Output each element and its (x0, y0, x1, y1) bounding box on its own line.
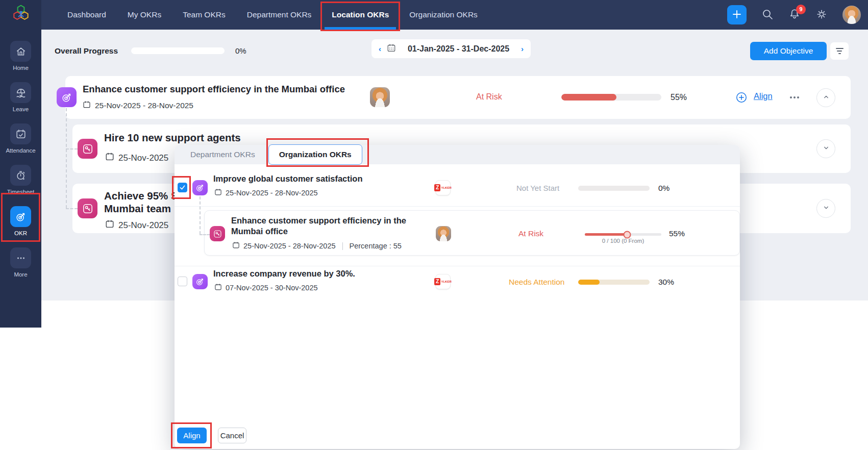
date-range-picker[interactable]: ‹ 01-Jan-2025 - 31-Dec-2025 › (371, 39, 531, 58)
popup-okr-dates-text: 07-Nov-2025 - 30-Nov-2025 (226, 284, 318, 292)
align-okr-popup: Department OKRs Organization OKRs Improv… (175, 145, 740, 449)
progress-percent: 30% (658, 278, 674, 287)
sidebar-item-home[interactable]: Home (0, 41, 41, 82)
key-result-title-line1: Achieve 95% S (104, 190, 178, 202)
sidebar-label-attendance: Attendance (6, 147, 35, 154)
objective-target-icon (192, 180, 208, 195)
date-range-text: 01-Jan-2025 - 31-Dec-2025 (402, 44, 515, 54)
sidebar-label-timesheet: Timesheet (7, 189, 34, 195)
sidebar-label-more: More (14, 271, 27, 278)
status-badge: At Risk (476, 92, 502, 102)
sidebar-item-timesheet[interactable]: Timesheet (0, 165, 41, 206)
timer-icon (10, 165, 31, 186)
tree-connector (66, 208, 78, 209)
app-window: Dashboard My OKRs Team OKRs Department O… (0, 0, 868, 450)
row-divider (175, 206, 740, 207)
objective-dates-text: 25-Nov-2025 - 28-Nov-2025 (95, 101, 193, 110)
nav-tab-my-okrs[interactable]: My OKRs (117, 0, 172, 30)
add-key-result-button[interactable] (736, 92, 747, 105)
tree-connector (200, 196, 201, 234)
notification-count-badge: 9 (796, 5, 806, 14)
calendar-icon (214, 188, 222, 197)
nav-tab-team-okrs[interactable]: Team OKRs (172, 0, 236, 30)
objective-target-icon (192, 274, 208, 289)
add-objective-button[interactable]: Add Objective (750, 42, 827, 60)
search-button[interactable] (761, 8, 774, 22)
okr-checkbox[interactable] (178, 277, 187, 286)
divider (342, 242, 343, 250)
sidebar-label-okr: OKR (14, 230, 27, 236)
progress-percent: 55% (669, 229, 685, 238)
progress-slider[interactable] (585, 233, 661, 236)
progress-bar (561, 94, 661, 101)
okr-checkbox[interactable] (178, 183, 187, 192)
popup-okr-dates: 07-Nov-2025 - 30-Nov-2025 (214, 283, 318, 292)
calendar-check-icon (10, 123, 31, 144)
target-okr-icon (10, 206, 31, 227)
calendar-icon (83, 101, 91, 111)
nav-tab-dashboard[interactable]: Dashboard (57, 0, 117, 30)
create-button[interactable] (727, 5, 747, 24)
collapse-button[interactable] (816, 88, 835, 107)
nav-tab-location-okrs[interactable]: Location OKRs (322, 0, 399, 30)
align-popup-tabbar: Department OKRs Organization OKRs (175, 145, 740, 164)
chevron-down-icon (822, 204, 830, 213)
popup-okr-dates-text: 25-Nov-2025 - 28-Nov-2025 (226, 189, 318, 197)
app-logo[interactable] (0, 0, 41, 30)
zylker-org-logo: ZYLKER (435, 274, 451, 289)
tree-connector (66, 108, 67, 208)
expand-button[interactable] (816, 139, 835, 158)
zylker-logo-z: Z (434, 184, 440, 191)
align-button-label: Align (183, 431, 200, 440)
tab-organization-okrs[interactable]: Organization OKRs (268, 144, 362, 165)
progress-percent: 55% (671, 93, 687, 102)
key-result-dates: 25-Nov-2025 (105, 219, 168, 231)
zylker-logo-text: YLKER (441, 280, 451, 283)
sidebar-item-okr[interactable]: OKR (0, 206, 41, 247)
key-result-title: Hire 10 new support agents (104, 132, 241, 144)
progress-fill (578, 280, 600, 285)
sidebar-item-attendance[interactable]: Attendance (0, 123, 41, 165)
calendar-icon (214, 283, 222, 292)
umbrella-leave-icon (10, 82, 31, 103)
expand-button[interactable] (816, 199, 835, 218)
sidebar-item-more[interactable]: More (0, 247, 41, 289)
gear-icon (815, 8, 828, 22)
tab-department-okrs[interactable]: Department OKRs (185, 150, 260, 159)
popup-okr-dates: 25-Nov-2025 - 28-Nov-2025 (214, 188, 318, 197)
calendar-icon (232, 241, 240, 251)
plus-circle-icon (736, 97, 747, 105)
nav-tab-department-okrs[interactable]: Department OKRs (236, 0, 323, 30)
align-button[interactable]: Align (177, 428, 207, 443)
nav-tab-organization-okrs[interactable]: Organization OKRs (399, 0, 488, 30)
row-divider (175, 266, 740, 266)
user-avatar[interactable] (842, 6, 861, 24)
settings-button[interactable] (815, 8, 828, 22)
sidebar-item-leave[interactable]: Leave (0, 82, 41, 123)
progress-fill (561, 94, 616, 101)
filter-button[interactable] (830, 42, 849, 60)
aligned-key-result-card[interactable]: Enhance customer support efficiency in t… (204, 210, 740, 256)
key-result-dates: 25-Nov-2025 (105, 152, 168, 164)
key-result-title-line2: Mumbai team (104, 203, 171, 215)
nav-tab-location-okrs-label: Location OKRs (332, 10, 389, 19)
objective-dates: 25-Nov-2025 - 28-Nov-2025 (83, 101, 193, 111)
home-icon (10, 41, 31, 62)
sidebar-label-home: Home (13, 65, 29, 71)
chevron-down-icon (822, 144, 830, 154)
objective-card[interactable]: Enhance customer support efficiency in t… (65, 76, 851, 119)
more-options-icon[interactable] (790, 96, 799, 98)
primary-nav: Dashboard My OKRs Team OKRs Department O… (57, 0, 488, 30)
overall-progress-label: Overall Progress (55, 46, 118, 56)
next-period-icon[interactable]: › (521, 44, 524, 53)
owner-avatar[interactable] (370, 87, 390, 107)
prev-period-icon[interactable]: ‹ (379, 44, 381, 53)
slider-handle[interactable] (623, 231, 631, 238)
calendar-icon (387, 43, 396, 55)
left-sidebar: Home Leave Attendance Timesheet OKR (0, 30, 41, 328)
status-badge: Needs Attention (509, 278, 564, 287)
align-link[interactable]: Align (754, 91, 773, 101)
notifications-button[interactable]: 9 (788, 8, 801, 22)
cancel-button[interactable]: Cancel (218, 428, 246, 443)
status-badge: Not Yet Start (516, 184, 559, 192)
